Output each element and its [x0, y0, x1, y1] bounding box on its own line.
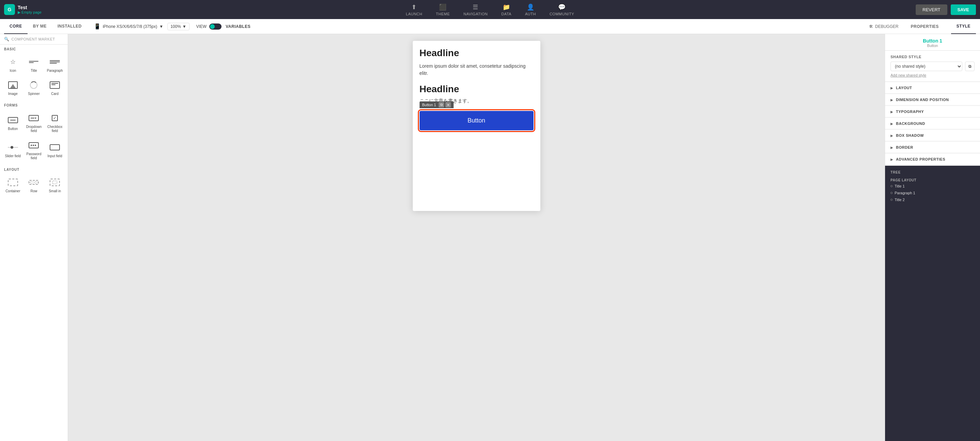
button-icon [8, 117, 18, 123]
box-shadow-section[interactable]: ▶ BOX SHADOW [885, 130, 980, 141]
button-delete-action[interactable]: ✕ [445, 102, 451, 108]
component-input-label: Input field [47, 154, 62, 158]
tab-core[interactable]: CORE [4, 19, 27, 34]
component-card[interactable]: Card [45, 77, 65, 99]
tree-dot-paragraph1 [891, 192, 892, 194]
button-label-actions: ⧉ ✕ [439, 102, 451, 108]
component-title[interactable]: Title [24, 54, 44, 76]
tree-item-title2[interactable]: Title 2 [885, 196, 980, 203]
view-toggle-switch[interactable] [209, 24, 221, 30]
data-icon: 📁 [503, 3, 511, 11]
row-col-1-icon [30, 181, 33, 183]
device-selector[interactable]: 📱 iPhone XS/X/6/6S/7/8 (375px) ▼ [94, 23, 163, 30]
component-card-label: Card [51, 92, 59, 96]
debugger-button[interactable]: 🛠 DEBUGGER [869, 24, 899, 29]
component-checkbox[interactable]: ✓ Checkbox field [45, 110, 65, 137]
main-layout: 🔍 COMPONENT MARKET BASIC ☆ Icon Title [0, 34, 980, 441]
view-toggle: VIEW [196, 24, 222, 30]
component-container[interactable]: Container [3, 174, 23, 197]
advanced-label: ADVANCED PROPERTIES [896, 157, 945, 161]
dimension-section[interactable]: ▶ DIMENSION AND POSITION [885, 94, 980, 105]
button-label-text: Button 1 [422, 103, 436, 107]
zoom-value: 100% [170, 24, 181, 29]
component-smallin-label: Small in [49, 189, 61, 193]
tab-style[interactable]: STYLE [951, 19, 976, 34]
smallin-icon [50, 179, 60, 186]
tab-by-me[interactable]: BY ME [27, 19, 52, 34]
border-section[interactable]: ▶ BORDER [885, 142, 980, 153]
title-component-icon [27, 57, 40, 67]
component-dropdown[interactable]: ▼ Dropdown field [24, 110, 44, 137]
row-component-icon [27, 178, 40, 187]
component-password[interactable]: Password field [24, 137, 44, 164]
image-component-icon [7, 80, 19, 90]
brand-subtitle[interactable]: ▶ Empty page [18, 10, 41, 14]
zoom-selector[interactable]: 100% ▼ [167, 23, 189, 30]
left-sidebar: 🔍 COMPONENT MARKET BASIC ☆ Icon Title [0, 34, 68, 441]
paragraph-component-icon [49, 57, 61, 67]
search-placeholder: COMPONENT MARKET [11, 37, 55, 41]
device-icon: 📱 [94, 23, 101, 30]
revert-button[interactable]: REVERT [916, 5, 947, 15]
border-label: BORDER [896, 145, 913, 150]
nav-data-label: DATA [501, 12, 511, 16]
nav-community[interactable]: 💬 COMMUNITY [550, 3, 574, 16]
launch-icon: ⬆ [411, 3, 417, 11]
search-box[interactable]: 🔍 COMPONENT MARKET [0, 34, 68, 45]
component-icon[interactable]: ☆ Icon [3, 54, 23, 76]
typography-arrow-icon: ▶ [891, 110, 893, 114]
nav-theme[interactable]: ⬛ THEME [436, 3, 450, 16]
tree-item-title1[interactable]: Title 1 [885, 183, 980, 189]
shared-style-copy-button[interactable]: ⧉ [965, 62, 975, 71]
save-button[interactable]: SAVE [951, 5, 976, 15]
component-paragraph[interactable]: Paragraph [45, 54, 65, 76]
nav-launch[interactable]: ⬆ LAUNCH [406, 3, 422, 16]
right-panel-header: Button 1 Button [885, 34, 980, 51]
component-slider[interactable]: Slider field [3, 137, 23, 164]
headline-2: Headline [420, 84, 533, 95]
add-shared-style-link[interactable]: Add new shared style [891, 73, 975, 77]
paragraph-text: Lorem ipsum dolor sit amet, consetetur s… [420, 63, 533, 77]
headline-1: Headline [420, 48, 533, 59]
component-paragraph-label: Paragraph [47, 69, 63, 73]
nav-auth[interactable]: 👤 AUTH [525, 3, 536, 16]
tab-properties[interactable]: PROPERTIES [905, 19, 944, 34]
component-spinner[interactable]: Spinner [24, 77, 44, 99]
canvas-area[interactable]: Headline Lorem ipsum dolor sit amet, con… [68, 34, 885, 441]
pass-dot-2-icon [33, 145, 34, 146]
theme-icon: ⬛ [439, 3, 447, 11]
typography-section[interactable]: ▶ TYPOGRAPHY [885, 106, 980, 118]
component-smallin[interactable]: Small in [45, 174, 65, 197]
layout-section[interactable]: ▶ LAYOUT [885, 82, 980, 94]
dimension-label: DIMENSION AND POSITION [896, 98, 949, 102]
tree-dot-title1 [891, 185, 892, 187]
advanced-section[interactable]: ▶ ADVANCED PROPERTIES [885, 154, 980, 165]
nav-navigation-label: NAVIGATION [463, 12, 488, 16]
brand: G Test ▶ Empty page [4, 4, 72, 15]
component-password-label: Password field [25, 152, 43, 160]
background-section[interactable]: ▶ BACKGROUND [885, 118, 980, 129]
tree-item-paragraph1[interactable]: Paragraph 1 [885, 189, 980, 196]
dropdown-line-icon [30, 118, 34, 118]
component-dropdown-label: Dropdown field [25, 125, 43, 133]
slider-icon [8, 147, 18, 148]
shared-style-select[interactable]: (no shared style) [891, 62, 962, 71]
component-image[interactable]: Image [3, 77, 23, 99]
dropdown-arrow-icon: ▼ [34, 117, 37, 120]
tree-label-paragraph1: Paragraph 1 [894, 191, 915, 195]
nav-data[interactable]: 📁 DATA [501, 3, 511, 16]
nav-navigation[interactable]: ☰ NAVIGATION [463, 3, 488, 16]
component-button[interactable]: Button [3, 110, 23, 137]
variables-button[interactable]: VARIABLES [226, 24, 250, 29]
background-label: BACKGROUND [896, 121, 925, 126]
tab-installed[interactable]: INSTALLED [52, 19, 87, 34]
password-component-icon [27, 140, 40, 150]
component-input[interactable]: Input field [45, 137, 65, 164]
debugger-icon: 🛠 [869, 24, 873, 29]
shared-style-row: (no shared style) ⧉ [891, 62, 975, 71]
main-button[interactable]: Button [420, 111, 533, 131]
component-row[interactable]: Row [24, 174, 44, 197]
button-copy-action[interactable]: ⧉ [439, 102, 444, 108]
shared-style-title: Shared style [891, 55, 975, 59]
right-panel: Button 1 Button Shared style (no shared … [885, 34, 980, 441]
